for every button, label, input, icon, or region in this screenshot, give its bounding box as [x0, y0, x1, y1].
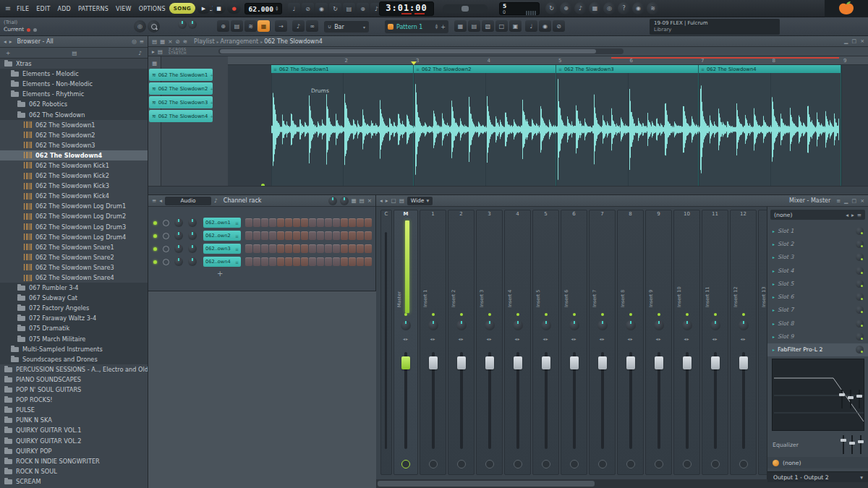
step-cell[interactable] — [253, 218, 260, 227]
route-button[interactable] — [542, 460, 550, 468]
channel-button[interactable]: 062..own1≡ — [203, 218, 241, 228]
browser-add-tab-icon[interactable]: + — [6, 50, 10, 56]
step-cell[interactable] — [301, 257, 308, 266]
step-cell[interactable] — [357, 257, 364, 266]
strip-pan-knob[interactable] — [569, 320, 579, 330]
step-cell[interactable] — [301, 231, 308, 240]
effect-slot[interactable]: ▸Slot 8 — [767, 317, 868, 330]
clip-header[interactable]: ≡062 The Slowdown2 — [414, 65, 556, 73]
clip-picker-button[interactable]: ≋062 The Slowdown1+ — [149, 69, 213, 81]
step-cell[interactable] — [261, 231, 268, 240]
browser-sample-item[interactable]: 062 The Slowdown Snare1 — [0, 242, 148, 252]
record-button[interactable]: ● — [227, 3, 241, 14]
shuttle-handle[interactable] — [461, 6, 469, 12]
volume-fader[interactable] — [514, 356, 522, 369]
browser-menu-icon[interactable]: ≡ — [140, 38, 144, 45]
step-cell[interactable] — [349, 218, 356, 227]
mixer-strip-insert-12[interactable]: 12Insert 12◂▸ — [730, 210, 757, 475]
effect-slot[interactable]: ▸Slot 6 — [767, 290, 868, 303]
channel-pan-knob[interactable] — [174, 218, 183, 227]
mute-tool-icon[interactable]: ⊘ — [175, 38, 179, 45]
volume-fader[interactable] — [542, 356, 550, 369]
browser-folder-item[interactable]: POP N' SOUL GUITARS — [0, 385, 148, 395]
effect-slot[interactable]: ▸Slot 5 — [767, 277, 868, 290]
search-icon[interactable] — [148, 20, 160, 33]
step-cell[interactable] — [309, 257, 316, 266]
midi-icon[interactable]: ♪ — [574, 2, 587, 14]
mixer-window-icon[interactable]: ▣ — [509, 20, 522, 32]
browser-sample-item[interactable]: 062 The Slowdown Snare3 — [0, 262, 148, 273]
rack-knob-a[interactable] — [328, 197, 337, 205]
mixer-strip-c[interactable]: C — [380, 210, 392, 475]
breadcrumb-selection[interactable]: 062 The Slowdown4 — [260, 38, 323, 45]
step-cell[interactable] — [317, 231, 324, 240]
browser-folder-item[interactable]: PUNK N SKA — [0, 415, 148, 425]
eq-mid-slider[interactable] — [849, 435, 855, 454]
mixer-forward-icon[interactable]: ▸ — [386, 197, 388, 204]
browser-folder-item[interactable]: ROCK N SOUL — [0, 466, 148, 476]
volume-fader[interactable] — [739, 356, 748, 369]
volume-fader[interactable] — [711, 356, 720, 369]
display-slider-2[interactable] — [848, 390, 854, 408]
mixer-strip-insert-6[interactable]: 6Insert 6◂▸ — [561, 210, 587, 475]
menu-file[interactable]: FILE — [13, 6, 33, 12]
step-cell[interactable] — [365, 257, 372, 266]
step-cell[interactable] — [357, 231, 364, 240]
mixer-close-icon[interactable]: × — [860, 198, 864, 204]
pattern-selector[interactable]: Pattern 1 ▲▼ + — [385, 20, 448, 33]
tempo-tap-icon[interactable]: ⊘ — [553, 20, 565, 32]
browser-folder-item[interactable]: 062 The Slowdown — [0, 109, 148, 119]
step-cell[interactable] — [285, 218, 292, 227]
channel-button[interactable]: 062..own3≡ — [203, 244, 241, 254]
step-cell[interactable] — [269, 218, 276, 227]
mixer-min-icon[interactable]: ▁ — [844, 198, 848, 204]
strip-pan-knob[interactable] — [626, 320, 636, 330]
main-volume-knob[interactable] — [178, 20, 187, 29]
route-button[interactable] — [457, 460, 466, 468]
channel-volume-knob[interactable] — [188, 218, 197, 227]
stretch-toggle[interactable]: STRETCH — [169, 51, 187, 55]
step-cell[interactable] — [333, 218, 340, 227]
playlist-min-icon[interactable]: ▁ — [844, 38, 848, 44]
output-selector[interactable]: Output 1 - Output 2 ▾ — [767, 471, 868, 482]
mixer-strip-insert-2[interactable]: 2Insert 2◂▸ — [448, 210, 475, 475]
route-button[interactable] — [570, 460, 579, 468]
channel-pan-knob[interactable] — [174, 231, 183, 240]
step-cell[interactable] — [277, 244, 284, 253]
step-cell[interactable] — [333, 244, 340, 253]
browser-plugins-tab-icon[interactable]: ♪ — [138, 50, 142, 56]
step-cell[interactable] — [301, 218, 308, 227]
clip-header[interactable]: ≡062 The Slowdown3 — [556, 65, 698, 73]
volume-fader[interactable] — [457, 356, 466, 369]
route-button[interactable] — [598, 460, 607, 468]
project-picker-icon[interactable]: ◉ — [539, 20, 551, 32]
strip-pan-knob[interactable] — [682, 320, 692, 330]
volume-fader[interactable] — [683, 356, 692, 369]
volume-fader[interactable] — [401, 356, 410, 369]
step-cell[interactable] — [341, 231, 348, 240]
typing-keyboard-piano-button[interactable]: ▦ — [258, 20, 270, 32]
channel-volume-knob[interactable] — [188, 231, 197, 240]
playlist-hscrollbar[interactable] — [218, 48, 624, 54]
step-cell[interactable] — [365, 231, 372, 240]
sync-icon[interactable]: ≋ — [647, 2, 659, 14]
slot-mix-knob[interactable] — [856, 306, 864, 314]
step-cell[interactable] — [341, 244, 348, 253]
browser-folder-item[interactable]: Elements - Melodic — [0, 69, 148, 79]
step-cell[interactable] — [245, 244, 252, 253]
browser-folder-item[interactable]: PULSE — [0, 405, 148, 415]
route-button[interactable] — [401, 460, 410, 468]
browser-folder-item[interactable]: Multi-Sampled Instruments — [0, 344, 148, 354]
browser-folder-item[interactable]: QUIRKY GUITAR VOL.1 — [0, 425, 148, 435]
mixer-strip-insert-3[interactable]: 3Insert 3◂▸ — [476, 210, 503, 475]
browser-sample-item[interactable]: 062 The Slowdown2 — [0, 130, 148, 140]
mixer-strip-insert-10[interactable]: 10Insert 10◂▸ — [673, 210, 700, 475]
playlist-snap-icon[interactable]: ▸ — [152, 48, 155, 55]
wait-input-icon[interactable]: ⊘ — [302, 3, 314, 14]
step-cell[interactable] — [253, 257, 260, 266]
browser-sample-item[interactable]: 062 The Slowdown Kick3 — [0, 181, 148, 191]
slot-mix-knob[interactable] — [856, 320, 864, 328]
step-cell[interactable] — [317, 257, 324, 266]
browser-sample-item[interactable]: 062 The Slowdown Log Drum3 — [0, 222, 148, 232]
step-cell[interactable] — [317, 218, 324, 227]
